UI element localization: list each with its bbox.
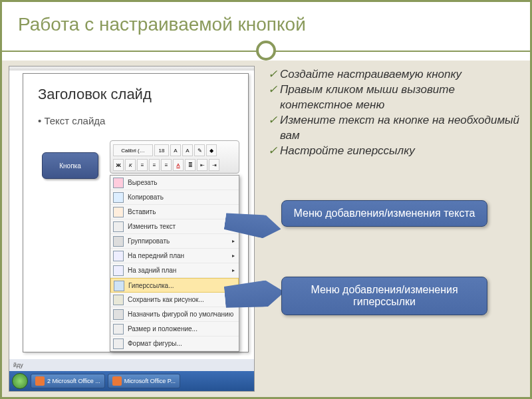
bring-front-icon	[113, 251, 124, 261]
slide-canvas: Заголовок слайд Текст слайда Кнопка Cali…	[23, 73, 249, 352]
slide-container: Работа с настраиваемой кнопкой Заголовок…	[0, 0, 532, 399]
menu-hyperlink[interactable]: Гиперссылка...	[110, 278, 239, 293]
context-menu: Вырезать Копировать Вставить Изменить те…	[110, 175, 239, 352]
send-back-icon	[113, 265, 124, 276]
style-icon[interactable]: ✎	[194, 144, 205, 156]
callout-edit-text: Меню добавления/изменения текста	[281, 200, 487, 227]
powerpoint-icon	[112, 376, 122, 386]
page-title: Работа с настраиваемой кнопкой	[2, 2, 530, 38]
menu-set-default-shape[interactable]: Назначить фигурой по умолчанию	[110, 307, 239, 322]
grow-font-icon[interactable]: A	[170, 144, 181, 156]
shape-fill-icon[interactable]: ◆	[206, 144, 217, 156]
title-decoration	[2, 41, 530, 61]
menu-send-back[interactable]: На задний план▸	[110, 263, 239, 278]
mini-toolbar[interactable]: Calibri (… 18 A A ✎ ◆ Ж К ≡ ≡ ≡ A	[110, 140, 239, 174]
font-selector[interactable]: Calibri (…	[113, 144, 153, 156]
taskbar-app-2[interactable]: Microsoft Office P...	[108, 374, 180, 388]
menu-cut[interactable]: Вырезать	[110, 176, 239, 190]
format-shape-icon	[113, 338, 124, 349]
italic-icon[interactable]: К	[125, 159, 136, 171]
bullets-icon[interactable]: ≣	[185, 159, 196, 171]
paste-icon	[113, 207, 124, 217]
outdent-icon[interactable]: ⇤	[197, 159, 207, 171]
align-right-icon[interactable]: ≡	[161, 159, 172, 171]
menu-copy[interactable]: Копировать	[110, 190, 239, 205]
font-size-selector[interactable]: 18	[154, 144, 169, 156]
menu-bring-front[interactable]: На передний план▸	[110, 249, 239, 263]
indent-icon[interactable]: ⇥	[209, 159, 219, 171]
edit-text-icon	[113, 221, 124, 232]
save-picture-icon	[113, 295, 124, 305]
chevron-right-icon: ▸	[232, 253, 235, 259]
group-icon	[113, 236, 124, 247]
chevron-right-icon: ▸	[232, 238, 235, 244]
font-color-icon[interactable]: A	[173, 159, 184, 171]
menu-save-as-picture[interactable]: Сохранить как рисунок...	[110, 293, 239, 307]
status-bar: йду	[9, 359, 254, 371]
powerpoint-icon	[35, 376, 45, 386]
shrink-font-icon[interactable]: A	[182, 144, 193, 156]
slide-title-placeholder[interactable]: Заголовок слайд	[23, 74, 248, 103]
custom-button-shape[interactable]: Кнопка	[42, 152, 98, 179]
instruction-item: Настройте гиперссылку	[268, 144, 521, 159]
button-label: Кнопка	[59, 162, 80, 170]
copy-icon	[113, 192, 124, 203]
instruction-item: Создайте настраиваемую кнопку	[268, 67, 521, 82]
size-position-icon	[113, 324, 124, 334]
powerpoint-screenshot: Заголовок слайд Текст слайда Кнопка Cali…	[9, 66, 255, 392]
menu-size-position[interactable]: Размер и положение...	[110, 322, 239, 336]
taskbar: 2 Microsoft Office ... Microsoft Office …	[9, 371, 254, 391]
align-center-icon[interactable]: ≡	[149, 159, 160, 171]
taskbar-app-1[interactable]: 2 Microsoft Office ...	[31, 374, 105, 388]
content-area: Заголовок слайд Текст слайда Кнопка Cali…	[2, 61, 530, 397]
align-icon[interactable]: ≡	[137, 159, 148, 171]
menu-edit-text[interactable]: Изменить текст	[110, 219, 239, 234]
menu-format-shape[interactable]: Формат фигуры...	[110, 336, 239, 351]
chevron-right-icon: ▸	[232, 267, 235, 273]
menu-paste[interactable]: Вставить	[110, 205, 239, 219]
slide-body-placeholder[interactable]: Текст слайда	[23, 103, 248, 126]
instruction-item: Измените текст на кнопке на необходимый …	[268, 113, 521, 144]
cut-icon	[113, 178, 124, 188]
bold-icon[interactable]: Ж	[113, 159, 124, 171]
menu-group[interactable]: Группировать▸	[110, 234, 239, 249]
instruction-item: Правым кликом мыши вызовите контекстное …	[268, 82, 521, 113]
hyperlink-icon	[114, 281, 124, 291]
start-button[interactable]	[12, 373, 28, 389]
callout-hyperlink: Меню добавления/изменения гиперссылки	[281, 277, 487, 315]
default-shape-icon	[113, 309, 124, 320]
instructions-list: Создайте настраиваемую кнопку Правым кли…	[268, 67, 521, 159]
